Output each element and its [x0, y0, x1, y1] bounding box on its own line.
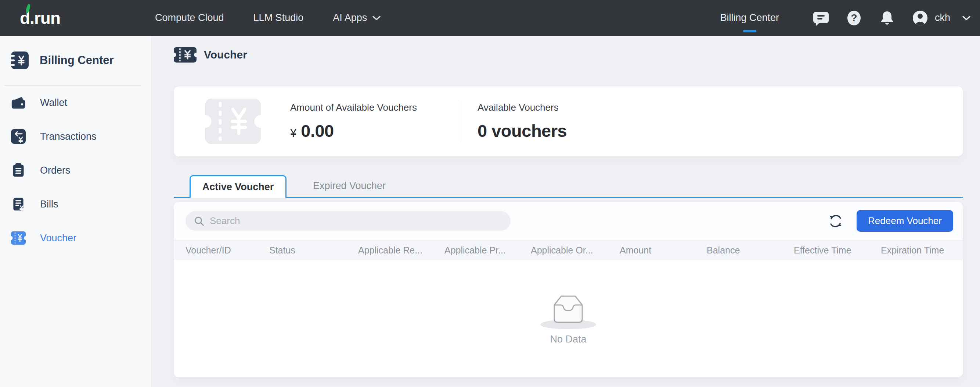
- voucher-summary-card: Amount of Available Vouchers ¥ 0.00 Avai…: [174, 86, 963, 156]
- search-input[interactable]: [210, 215, 503, 227]
- user-menu[interactable]: ckh: [912, 10, 971, 27]
- col-applicable-or: Applicable Or...: [531, 240, 620, 260]
- billing-center-page: d.run Compute Cloud LLM Studio AI Apps B…: [0, 0, 980, 387]
- available-amount-value: ¥ 0.00: [290, 121, 461, 141]
- col-effective-time: Effective Time: [794, 240, 881, 260]
- no-data-text: No Data: [550, 334, 586, 345]
- sidebar-item-transactions[interactable]: Transactions: [0, 120, 151, 154]
- topnav-billing-center[interactable]: Billing Center: [720, 12, 779, 24]
- col-applicable-re: Applicable Re...: [358, 240, 444, 260]
- avatar: [912, 10, 929, 27]
- available-count-block: Available Vouchers 0 vouchers: [477, 102, 567, 141]
- layout: Billing Center Wallet: [0, 36, 980, 387]
- username: ckh: [935, 12, 950, 24]
- top-navigation: Compute Cloud LLM Studio AI Apps: [155, 12, 381, 24]
- search-box[interactable]: [186, 211, 511, 231]
- col-amount: Amount: [620, 240, 707, 260]
- empty-state: No Data: [537, 289, 600, 345]
- voucher-page-icon: [174, 47, 197, 62]
- available-count-value: 0 vouchers: [477, 121, 567, 141]
- page-header: Voucher: [174, 47, 980, 62]
- voucher-icon: [11, 231, 26, 245]
- sidebar-item-bills[interactable]: Bills: [0, 187, 151, 221]
- voucher-tabs: Active Voucher Expired Voucher: [174, 175, 963, 198]
- sidebar-item-label: Voucher: [40, 232, 76, 244]
- redeem-voucher-button[interactable]: Redeem Voucher: [857, 210, 953, 232]
- table-body: No Data: [174, 260, 963, 377]
- sidebar-item-label: Transactions: [40, 131, 97, 142]
- sidebar-item-orders[interactable]: Orders: [0, 154, 151, 187]
- no-data-icon: [537, 289, 600, 330]
- sidebar-item-voucher[interactable]: Voucher: [0, 221, 151, 255]
- col-applicable-pr: Applicable Pr...: [444, 240, 531, 260]
- refresh-icon[interactable]: [828, 214, 843, 229]
- tab-expired-voucher[interactable]: Expired Voucher: [313, 175, 386, 197]
- topbar-right: Billing Center ?: [720, 10, 971, 27]
- col-status: Status: [269, 240, 358, 260]
- col-expiration-time: Expiration Time: [881, 240, 953, 260]
- bills-icon: [11, 197, 26, 211]
- topnav-llm-studio[interactable]: LLM Studio: [253, 12, 304, 24]
- available-amount-label: Amount of Available Vouchers: [290, 102, 461, 113]
- orders-icon: [11, 163, 26, 178]
- voucher-large-icon: [205, 99, 261, 144]
- currency-symbol: ¥: [290, 126, 296, 140]
- svg-text:?: ?: [851, 12, 857, 24]
- sidebar-title-label: Billing Center: [40, 54, 114, 67]
- page-title: Voucher: [204, 48, 247, 61]
- sidebar: Billing Center Wallet: [0, 36, 152, 387]
- wallet-icon: [11, 95, 26, 110]
- col-balance: Balance: [707, 240, 794, 260]
- chevron-down-icon: [372, 16, 381, 21]
- help-icon[interactable]: ?: [846, 10, 862, 27]
- topnav-compute-cloud[interactable]: Compute Cloud: [155, 12, 224, 24]
- available-count-label: Available Vouchers: [477, 102, 567, 113]
- chevron-down-icon: [962, 16, 971, 21]
- sidebar-item-label: Orders: [40, 165, 70, 176]
- tab-active-voucher[interactable]: Active Voucher: [189, 175, 286, 198]
- table-toolbar: Redeem Voucher: [174, 202, 963, 240]
- table-header-row: Voucher/ID Status Applicable Re... Appli…: [174, 240, 963, 260]
- sidebar-item-label: Wallet: [40, 97, 67, 109]
- transactions-icon: [11, 129, 26, 144]
- sidebar-title-billing-center[interactable]: Billing Center: [0, 36, 151, 69]
- topnav-ai-apps[interactable]: AI Apps: [333, 12, 381, 24]
- sidebar-item-label: Bills: [40, 199, 59, 210]
- notifications-icon[interactable]: [879, 10, 896, 27]
- messages-icon[interactable]: [813, 10, 829, 27]
- sidebar-item-wallet[interactable]: Wallet: [0, 86, 151, 120]
- available-amount-block: Amount of Available Vouchers ¥ 0.00: [290, 102, 461, 141]
- logo[interactable]: d.run: [20, 8, 60, 28]
- topbar: d.run Compute Cloud LLM Studio AI Apps B…: [0, 0, 980, 36]
- summary-divider: [461, 101, 461, 142]
- voucher-table-card: Redeem Voucher Voucher/ID Status Applica…: [174, 202, 963, 377]
- main-content: Voucher: [152, 36, 980, 387]
- billing-center-icon: [11, 51, 29, 69]
- search-icon: [194, 216, 205, 227]
- col-voucher-id: Voucher/ID: [186, 240, 269, 260]
